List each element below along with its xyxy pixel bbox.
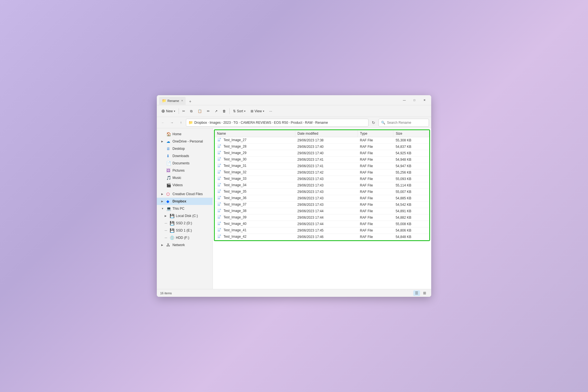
table-row[interactable]: RAF Test_Image_39 29/06/2023 17:44 RAF F… (215, 214, 429, 221)
search-box[interactable]: 🔍 (379, 119, 429, 127)
table-row[interactable]: RAF Test_Image_31 29/06/2023 17:41 RAF F… (215, 163, 429, 169)
rename-icon: ✏ (207, 109, 210, 113)
table-row[interactable]: RAF Test_Image_28 29/06/2023 17:40 RAF F… (215, 144, 429, 150)
tab-close-button[interactable]: × (181, 99, 183, 102)
breadcrumb-dropbox[interactable]: Dropbox (194, 121, 207, 125)
breadcrumb-raw[interactable]: RAW (305, 121, 313, 125)
minimize-button[interactable]: — (400, 97, 409, 104)
table-row[interactable]: RAF Test_Image_29 29/06/2023 17:40 RAF F… (215, 150, 429, 157)
more-icon: ··· (269, 109, 272, 113)
sidebar-item-music[interactable]: 🎵 Music (157, 174, 213, 181)
sidebar-item-ssd1[interactable]: — 💾 SSD 1 (E:) (157, 227, 213, 234)
file-name-cell: RAF Test_Image_35 (215, 189, 295, 195)
cut-button[interactable]: ✂ (180, 107, 187, 115)
sidebar-item-network[interactable]: ▶ 🖧 Network (157, 241, 213, 249)
sidebar-documents-label: Documents (172, 161, 190, 165)
table-row[interactable]: RAF Test_Image_36 29/06/2023 17:43 RAF F… (215, 195, 429, 202)
file-name-cell: RAF Test_Image_42 (215, 234, 295, 240)
downloads-icon: ⬇ (166, 154, 171, 158)
sidebar-item-pictures[interactable]: 🖼 Pictures (157, 167, 213, 174)
file-name-cell: RAF Test_Image_38 (215, 208, 295, 214)
sidebar-item-creative-cloud[interactable]: ▶ ⬡ Creative Cloud Files (157, 190, 213, 198)
sidebar-item-videos[interactable]: 🎬 Videos (157, 181, 213, 189)
creative-cloud-icon: ⬡ (166, 192, 171, 196)
item-count: 16 items (160, 291, 172, 295)
file-type-cell: RAF File (358, 150, 393, 157)
sidebar-ssd2-label: SSD 2 (D:) (176, 221, 192, 225)
table-row[interactable]: RAF Test_Image_35 29/06/2023 17:43 RAF F… (215, 189, 429, 195)
close-button[interactable]: ✕ (420, 97, 429, 104)
breadcrumb-images[interactable]: Images (210, 121, 221, 125)
table-row[interactable]: RAF Test_Image_41 29/06/2023 17:45 RAF F… (215, 227, 429, 234)
table-row[interactable]: RAF Test_Image_40 29/06/2023 17:44 RAF F… (215, 221, 429, 227)
table-row[interactable]: RAF Test_Image_38 29/06/2023 17:44 RAF F… (215, 208, 429, 214)
file-name: Test_Image_33 (223, 177, 246, 181)
file-icon: RAF (217, 209, 221, 213)
file-type-cell: RAF File (358, 195, 393, 202)
file-size-cell: 55,008 KB (393, 221, 429, 227)
table-row[interactable]: RAF Test_Image_34 29/06/2023 17:43 RAF F… (215, 182, 429, 189)
breadcrumb-eos-r50[interactable]: EOS R50 (274, 121, 288, 125)
sidebar-item-downloads[interactable]: ⬇ Downloads (157, 152, 213, 160)
table-row[interactable]: RAF Test_Image_32 29/06/2023 17:42 RAF F… (215, 169, 429, 176)
delete-button[interactable]: 🗑 (220, 107, 228, 115)
col-date-header[interactable]: Date modified (295, 130, 358, 137)
search-input[interactable] (387, 121, 426, 125)
svg-text:RAF: RAF (218, 192, 220, 193)
sidebar-item-home[interactable]: 🏠 Home (157, 130, 213, 138)
forward-button[interactable]: → (168, 119, 176, 127)
sidebar-item-thispc[interactable]: ▼ 💻 This PC (157, 205, 213, 212)
up-button[interactable]: ↑ (177, 119, 185, 127)
toolbar-separator-2 (229, 108, 230, 114)
breadcrumb-camera-reviews[interactable]: CAMERA REVIEWS (241, 121, 271, 125)
list-view-toggle[interactable]: ☰ (413, 290, 420, 296)
network-expand-icon: ▶ (161, 244, 165, 246)
copy-icon: ⧉ (190, 109, 193, 113)
breadcrumb-tg[interactable]: TG (233, 121, 238, 125)
table-row[interactable]: RAF Test_Image_27 29/06/2023 17:38 RAF F… (215, 137, 429, 144)
new-button[interactable]: ⊕ New ▾ (159, 107, 178, 115)
back-button[interactable]: ← (159, 119, 167, 127)
file-name: Test_Image_35 (223, 190, 246, 193)
rename-button[interactable]: ✏ (205, 107, 212, 115)
file-name: Test_Image_38 (223, 209, 246, 213)
grid-view-toggle[interactable]: ⊞ (421, 290, 428, 296)
file-name-cell: RAF Test_Image_37 (215, 202, 295, 208)
copy-button[interactable]: ⧉ (188, 107, 195, 115)
sidebar-item-desktop[interactable]: 🖥 Desktop (157, 145, 213, 152)
sort-button[interactable]: ⇅ Sort ▾ (231, 107, 248, 115)
sidebar-item-documents[interactable]: 📄 Documents (157, 160, 213, 167)
file-type-cell: RAF File (358, 163, 393, 169)
col-size-header[interactable]: Size (393, 130, 429, 137)
local-disk-expand-icon: ▶ (165, 214, 168, 217)
more-button[interactable]: ··· (267, 107, 274, 115)
share-button[interactable]: ↗ (213, 107, 220, 115)
col-name-header[interactable]: Name (215, 130, 295, 137)
table-row[interactable]: RAF Test_Image_30 29/06/2023 17:41 RAF F… (215, 157, 429, 163)
sidebar-item-ssd2[interactable]: — 💾 SSD 2 (D:) (157, 220, 213, 227)
table-row[interactable]: RAF Test_Image_42 29/06/2023 17:46 RAF F… (215, 234, 429, 240)
breadcrumb-rename[interactable]: Rename (315, 121, 328, 125)
hdd-expand-icon: — (165, 236, 168, 239)
active-tab[interactable]: 📁 Rename × (159, 97, 186, 105)
col-type-header[interactable]: Type (358, 130, 393, 137)
maximize-button[interactable]: □ (410, 97, 419, 104)
file-table: Name Date modified Type Size RAF (215, 130, 429, 240)
local-disk-icon: 💾 (170, 214, 174, 218)
new-tab-button[interactable]: + (187, 98, 193, 105)
view-button[interactable]: ⊞ View ▾ (248, 107, 267, 115)
file-name: Test_Image_41 (223, 228, 246, 232)
sidebar-item-dropbox[interactable]: ▶ ◆ Dropbox (157, 198, 213, 205)
breadcrumb-2023[interactable]: 2023 (223, 121, 231, 125)
sidebar-item-local-disk[interactable]: ▶ 💾 Local Disk (C:) (157, 212, 213, 220)
delete-icon: 🗑 (223, 109, 226, 113)
table-row[interactable]: RAF Test_Image_33 29/06/2023 17:43 RAF F… (215, 176, 429, 182)
paste-button[interactable]: 📋 (195, 107, 204, 115)
breadcrumb-product[interactable]: Product (291, 121, 302, 125)
sidebar-item-hdd[interactable]: — 💿 HDD (F:) (157, 234, 213, 241)
breadcrumb[interactable]: 📁 Dropbox › Images › 2023 › TG › CAMERA … (186, 119, 368, 127)
sidebar-item-onedrive[interactable]: ▶ ☁ OneDrive - Personal (157, 138, 213, 145)
creative-cloud-expand-icon: ▶ (161, 193, 165, 195)
refresh-button[interactable]: ↻ (370, 119, 377, 127)
table-row[interactable]: RAF Test_Image_37 29/06/2023 17:43 RAF F… (215, 202, 429, 208)
